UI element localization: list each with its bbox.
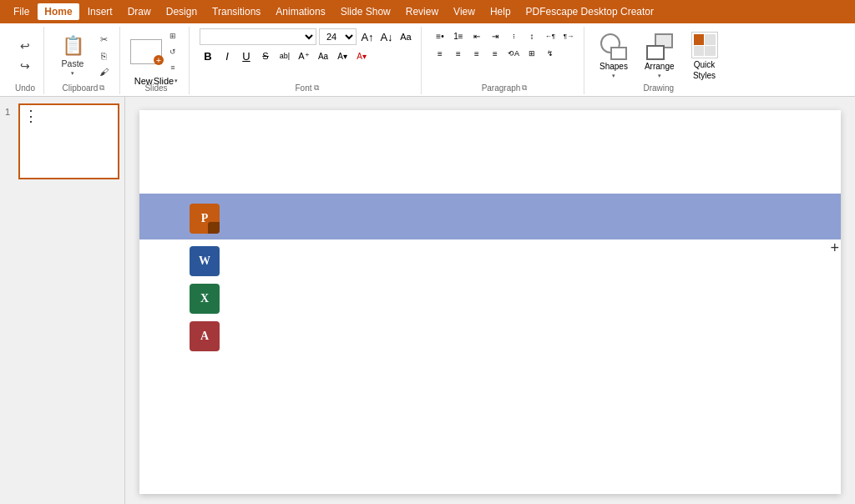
menu-transitions[interactable]: Transitions [205, 3, 267, 20]
menu-animations[interactable]: Animations [269, 3, 331, 20]
bullets-button[interactable]: ≡• [432, 28, 448, 43]
quick-styles-icon [691, 32, 718, 58]
slide-highlight-bar [139, 194, 841, 239]
font-dialog-launcher[interactable]: ⧉ [314, 83, 319, 93]
qs-cell2 [705, 34, 716, 45]
paste-button[interactable]: 📋 Paste ▾ [54, 31, 91, 81]
smart-art-button[interactable]: ⊞ [524, 46, 540, 61]
undo-redo-buttons: ↩ ↪ [13, 37, 37, 75]
ribbon-group-paragraph: ≡• 1≡ ⇤ ⇥ ⫶ ↕ ←¶ ¶→ ≡ ≡ ≡ ≡ ⟲A ⊞ ↯ Parag… [425, 27, 584, 94]
paragraph-group-label: Paragraph ⧉ [482, 83, 528, 93]
arrange-button[interactable]: Arrange ▾ [640, 30, 680, 83]
format-painter-button[interactable]: 🖌 [94, 64, 113, 79]
new-slide-icon[interactable]: + [130, 39, 162, 64]
word-icon-letter: W [199, 255, 210, 268]
numbering-button[interactable]: 1≡ [450, 28, 467, 43]
text-shadow-button[interactable]: A⁺ [296, 48, 312, 64]
section-button[interactable]: ≡ [164, 60, 182, 75]
align-center-button[interactable]: ≡ [450, 46, 467, 61]
qs-cell1 [694, 34, 705, 45]
ribbon-group-slides: + ⊞ ↺ ≡ New Slide ▾ Slides [124, 27, 190, 94]
menu-insert[interactable]: Insert [81, 3, 119, 20]
italic-button[interactable]: I [219, 48, 235, 64]
ltr-button[interactable]: ¶→ [560, 28, 577, 43]
quick-styles-button[interactable]: Quick Styles [686, 28, 723, 83]
word-icon-bg: W [190, 246, 220, 276]
clipboard-dialog-launcher[interactable]: ⧉ [99, 83, 104, 93]
convert-to-smartart-button[interactable]: ↯ [542, 46, 559, 61]
font-row2: B I U S ab| A⁺ Aa A▾ A▾ [200, 48, 414, 64]
justify-button[interactable]: ≡ [487, 46, 503, 61]
ribbon-group-undo: ↩ ↪ Undo [7, 27, 44, 94]
arrange-icon [646, 33, 673, 60]
undo-group-label: Undo [15, 83, 35, 93]
menu-slideshow[interactable]: Slide Show [334, 3, 397, 20]
increase-indent-button[interactable]: ⇥ [487, 28, 503, 43]
shapes-label: Shapes [600, 62, 628, 71]
underline-button[interactable]: U [238, 48, 255, 64]
paragraph-section: ≡• 1≡ ⇤ ⇥ ⫶ ↕ ←¶ ¶→ ≡ ≡ ≡ ≡ ⟲A ⊞ ↯ [432, 28, 577, 73]
slide-thumb-content: ⋮ [23, 108, 114, 174]
clear-format-button[interactable]: Aa [397, 28, 414, 45]
decrease-indent-button[interactable]: ⇤ [468, 28, 485, 43]
rtl-button[interactable]: ←¶ [542, 28, 559, 43]
menu-bar: File Home Insert Draw Design Transitions… [0, 0, 855, 23]
menu-file[interactable]: File [7, 3, 36, 20]
quick-styles-label2: Styles [693, 71, 716, 80]
layout-button[interactable]: ⊞ [164, 28, 182, 43]
slide-thumbnail[interactable]: ⋮ [18, 103, 119, 179]
decrease-font-button[interactable]: A↓ [378, 28, 395, 45]
font-size-select[interactable]: 24 [319, 28, 357, 45]
shapes-button[interactable]: Shapes ▾ [594, 30, 633, 83]
text-direction-button[interactable]: ⟲A [505, 46, 522, 61]
word-icon: W [190, 246, 220, 276]
menu-home[interactable]: Home [38, 3, 78, 20]
excel-icon: X [190, 284, 220, 314]
redo-button[interactable]: ↪ [13, 57, 37, 75]
columns-button[interactable]: ⫶ [505, 28, 522, 43]
new-slide-dropdown-arrow: ▾ [175, 78, 178, 84]
ribbon-group-clipboard: 📋 Paste ▾ ✂ ⎘ 🖌 Clipboard ⧉ [48, 27, 120, 94]
align-right-button[interactable]: ≡ [468, 46, 485, 61]
paste-label: Paste [62, 58, 84, 68]
new-slide-top: + ⊞ ↺ ≡ [130, 28, 182, 75]
font-name-select[interactable] [200, 28, 316, 45]
increase-font-button[interactable]: A↑ [359, 28, 376, 45]
reset-button[interactable]: ↺ [164, 44, 182, 59]
arrange-dropdown-arrow: ▾ [658, 73, 661, 79]
menu-view[interactable]: View [447, 3, 482, 20]
menu-pdfescape[interactable]: PDFescape Desktop Creator [519, 3, 660, 20]
bold-button[interactable]: B [200, 48, 216, 64]
slide-thumb-container: 1 ⋮ [5, 103, 119, 179]
paragraph-dialog-launcher[interactable]: ⧉ [522, 83, 527, 93]
ribbon-group-drawing: Shapes ▾ Arrange ▾ Quick Style [588, 27, 730, 94]
slide-number: 1 [5, 107, 15, 117]
ribbon-group-font: 24 A↑ A↓ Aa B I U S ab| A⁺ Aa A▾ A▾ Font… [193, 27, 422, 94]
paragraph-row1: ≡• 1≡ ⇤ ⇥ ⫶ ↕ ←¶ ¶→ [432, 28, 577, 43]
ppt-icon-letter: P [201, 212, 209, 225]
strikethrough-button[interactable]: S [257, 48, 274, 64]
align-left-button[interactable]: ≡ [432, 46, 448, 61]
menu-draw[interactable]: Draw [121, 3, 158, 20]
clipboard-small-buttons: ✂ ⎘ 🖌 [94, 33, 113, 79]
undo-button[interactable]: ↩ [13, 37, 37, 55]
char-spacing-button[interactable]: ab| [276, 48, 293, 64]
menu-design[interactable]: Design [159, 3, 204, 20]
menu-help[interactable]: Help [483, 3, 518, 20]
thumb-dots: ⋮ [23, 108, 38, 124]
cut-button[interactable]: ✂ [94, 33, 113, 48]
font-section: 24 A↑ A↓ Aa B I U S ab| A⁺ Aa A▾ A▾ [200, 28, 414, 76]
paste-dropdown-arrow: ▾ [71, 70, 74, 77]
font-color-button[interactable]: A▾ [353, 48, 370, 64]
access-icon-bg: A [190, 321, 220, 351]
slide-layout-buttons: ⊞ ↺ ≡ [164, 28, 182, 75]
copy-button[interactable]: ⎘ [94, 48, 113, 63]
line-spacing-button[interactable]: ↕ [524, 28, 540, 43]
ppt-icon-shadow [208, 222, 220, 234]
ppt-icon-bg: P [190, 204, 220, 234]
menu-review[interactable]: Review [399, 3, 445, 20]
highlight-color-button[interactable]: A▾ [334, 48, 351, 64]
slide-canvas[interactable]: P W X A + [139, 110, 841, 494]
qs-cell3 [694, 46, 705, 57]
font-case-button[interactable]: Aa [315, 48, 331, 64]
